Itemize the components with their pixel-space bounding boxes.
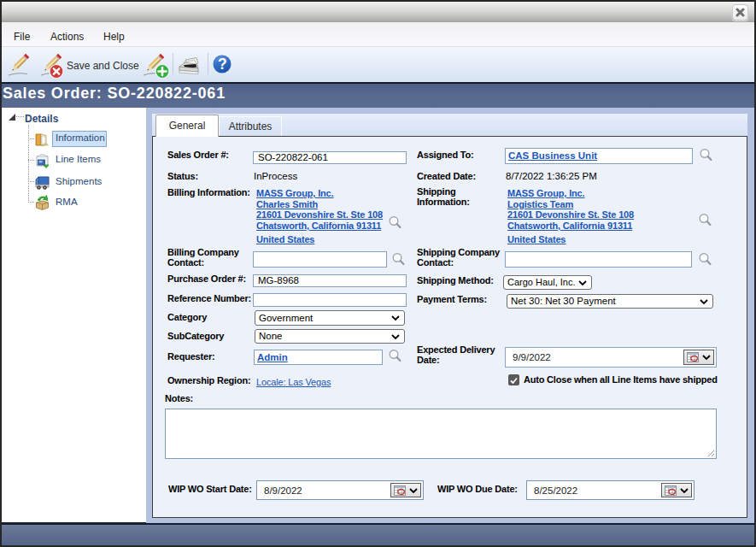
svg-text:?: ? — [218, 56, 227, 73]
